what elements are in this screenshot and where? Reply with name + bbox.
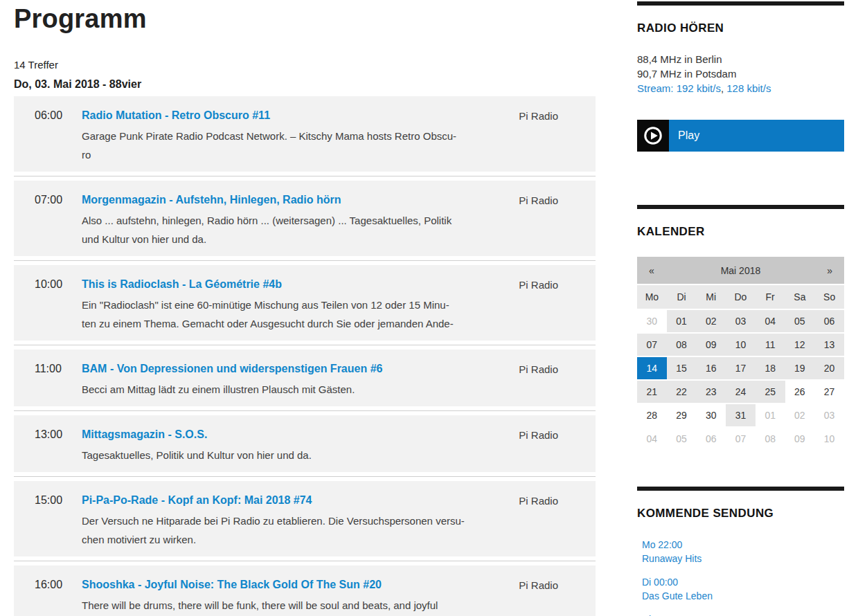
- upcoming-show-time: Di 01:00: [642, 613, 844, 616]
- calendar: « Mai 2018 » MoDiMiDoFrSaSo 300102030405…: [637, 257, 844, 451]
- program-description-line: Tagesaktuelles, Politik und Kultur von h…: [82, 446, 487, 464]
- program-title-link[interactable]: Mittagsmagazin - S.O.S.: [82, 427, 207, 442]
- program-main: BAM - Von Depressionen und widerspenstig…: [82, 361, 487, 399]
- calendar-weekday-label: Mi: [696, 284, 726, 309]
- calendar-day[interactable]: 19: [785, 356, 815, 380]
- program-description: There will be drums, there will be funk,…: [82, 596, 487, 616]
- calendar-week-row: 30010203040506: [637, 309, 844, 333]
- calendar-day[interactable]: 07: [637, 333, 667, 356]
- calendar-day-selected[interactable]: 14: [637, 356, 667, 380]
- results-count: 14 Treffer: [14, 59, 596, 71]
- program-title-link[interactable]: This is Radioclash - La Géométrie #4b: [82, 277, 282, 292]
- upcoming-show-title: Runaway Hits: [642, 552, 844, 565]
- upcoming-show-link[interactable]: Di 00:00Das Gute Leben: [642, 575, 844, 603]
- program-station: Pi Radio: [519, 577, 596, 616]
- calendar-day: 04: [637, 427, 667, 451]
- stream-link-128[interactable]: 128 kbit/s: [726, 82, 771, 94]
- upcoming-show-link[interactable]: Mo 22:00Runaway Hits: [642, 538, 844, 565]
- calendar-day[interactable]: 01: [667, 309, 697, 333]
- program-description: Tagesaktuelles, Politik und Kultur von h…: [82, 446, 487, 464]
- program-item: 10:00This is Radioclash - La Géométrie #…: [14, 265, 596, 341]
- calendar-week-row: 21222324252627: [637, 380, 844, 404]
- main-content: Programm 14 Treffer Do, 03. Mai 2018 - 8…: [14, 0, 596, 616]
- calendar-weekday-row: MoDiMiDoFrSaSo: [637, 284, 844, 309]
- frequency-berlin: 88,4 MHz in Berlin: [637, 52, 844, 66]
- program-item: 07:00Morgenmagazin - Aufstehn, Hinlegen,…: [14, 181, 596, 256]
- calendar-weekday-label: Mo: [637, 284, 667, 309]
- calendar-day[interactable]: 23: [696, 380, 726, 404]
- calendar-week-row: 04050607080910: [637, 427, 844, 451]
- program-time: 13:00: [14, 427, 82, 464]
- calendar-day[interactable]: 18: [756, 356, 785, 380]
- frequency-potsdam: 90,7 MHz in Potsdam: [637, 66, 844, 81]
- calendar-day[interactable]: 06: [814, 309, 844, 333]
- calendar-weekday-label: Sa: [785, 284, 815, 309]
- calendar-week-row: 07080910111213: [637, 333, 844, 356]
- program-time: 11:00: [14, 361, 82, 399]
- calendar-next-month-button[interactable]: »: [814, 257, 844, 284]
- calendar-day[interactable]: 24: [726, 380, 756, 404]
- program-main: Shooshka - Joyful Noise: The Black Gold …: [82, 577, 487, 616]
- program-title-link[interactable]: BAM - Von Depressionen und widerspenstig…: [82, 361, 382, 377]
- calendar-day: 01: [756, 404, 785, 427]
- calendar-day: 02: [785, 404, 815, 427]
- program-item: 15:00Pi-Pa-Po-Rade - Kopf an Kopf: Mai 2…: [14, 481, 596, 556]
- play-button-label: Play: [669, 120, 844, 152]
- calendar-day: 27: [814, 380, 844, 404]
- program-time: 06:00: [14, 108, 82, 164]
- program-time: 15:00: [14, 493, 82, 549]
- calendar-day[interactable]: 21: [637, 380, 667, 404]
- calendar-day[interactable]: 02: [696, 309, 726, 333]
- upcoming-shows-list: Mo 22:00Runaway HitsDi 00:00Das Gute Leb…: [637, 538, 844, 616]
- upcoming-show-time: Mo 22:00: [642, 538, 844, 552]
- calendar-day: 28: [637, 404, 667, 427]
- upcoming-show-link[interactable]: Di 01:0088vier: [642, 613, 844, 616]
- calendar-day[interactable]: 03: [726, 309, 756, 333]
- calendar-week-row: 14151617181920: [637, 356, 844, 380]
- calendar-day: 30: [696, 404, 726, 427]
- program-time: 10:00: [14, 277, 82, 333]
- kalender-heading: KALENDER: [637, 225, 844, 239]
- calendar-day[interactable]: 05: [785, 309, 815, 333]
- day-heading: Do, 03. Mai 2018 - 88vier: [14, 78, 596, 91]
- program-description-line: Ein "Radioclash" ist eine 60-minütige Mi…: [82, 296, 487, 314]
- calendar-day[interactable]: 16: [696, 356, 726, 380]
- calendar-day: 29: [667, 404, 697, 427]
- program-description-line: Also ... aufstehn, hinlegen, Radio hörn …: [82, 211, 487, 230]
- program-title-link[interactable]: Radio Mutation - Retro Obscuro #11: [82, 108, 270, 123]
- calendar-day[interactable]: 08: [667, 333, 697, 356]
- program-description-line: Becci am Mittag lädt zu einem illustren …: [82, 380, 487, 399]
- program-description: Also ... aufstehn, hinlegen, Radio hörn …: [82, 211, 487, 248]
- calendar-day[interactable]: 15: [667, 356, 697, 380]
- calendar-day[interactable]: 22: [667, 380, 697, 404]
- program-item: 11:00BAM - Von Depressionen und widerspe…: [14, 350, 596, 406]
- calendar-day[interactable]: 20: [814, 356, 844, 380]
- play-button[interactable]: Play: [637, 120, 844, 152]
- calendar-weekday-label: Do: [726, 284, 756, 309]
- calendar-month-label: Mai 2018: [667, 257, 815, 284]
- program-description-line: chen motiviert zu wirken.: [82, 530, 487, 549]
- calendar-day[interactable]: 10: [726, 333, 756, 356]
- calendar-day[interactable]: 04: [756, 309, 785, 333]
- program-description-line: ro: [82, 145, 487, 164]
- program-title-link[interactable]: Morgenmagazin - Aufstehn, Hinlegen, Radi…: [82, 192, 341, 208]
- calendar-day[interactable]: 13: [814, 333, 844, 356]
- calendar-day: 06: [696, 427, 726, 451]
- calendar-prev-month-button[interactable]: «: [637, 257, 667, 284]
- section-divider-bar: [637, 205, 844, 209]
- program-title-link[interactable]: Pi-Pa-Po-Rade - Kopf an Kopf: Mai 2018 #…: [82, 493, 312, 508]
- calendar-day[interactable]: 31: [726, 404, 756, 427]
- calendar-weekday-label: So: [814, 284, 844, 309]
- upcoming-show-time: Di 00:00: [642, 575, 844, 589]
- program-station: Pi Radio: [519, 277, 596, 333]
- program-title-link[interactable]: Shooshka - Joyful Noise: The Black Gold …: [82, 577, 382, 592]
- calendar-month-header: « Mai 2018 »: [637, 257, 844, 284]
- calendar-day[interactable]: 17: [726, 356, 756, 380]
- calendar-day: 30: [637, 309, 667, 333]
- calendar-day[interactable]: 11: [756, 333, 785, 356]
- calendar-day[interactable]: 12: [785, 333, 815, 356]
- calendar-day[interactable]: 25: [756, 380, 785, 404]
- stream-link-192[interactable]: Stream: 192 kbit/s: [637, 82, 721, 94]
- calendar-day: 05: [667, 427, 697, 451]
- calendar-day[interactable]: 09: [696, 333, 726, 356]
